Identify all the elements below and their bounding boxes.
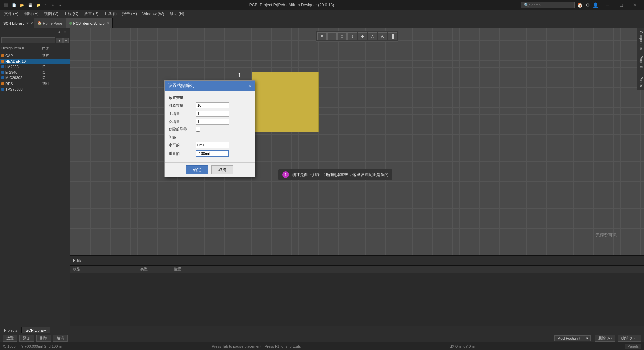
menu-report[interactable]: 报告 (R) — [119, 10, 140, 17]
sidebar-extra-button[interactable]: ≡ — [63, 38, 69, 43]
toolbar-diamond-btn[interactable]: ◆ — [358, 32, 367, 40]
menu-view[interactable]: 视图 (V) — [41, 10, 61, 17]
toolbar-filter-btn[interactable]: ▼ — [317, 32, 327, 40]
panel-bottom-tabs: Projects SCH Library — [0, 326, 644, 334]
no-preview-text: 无预览可见 — [595, 232, 617, 238]
sidebar-item-lm2940[interactable]: lm2940 IC — [0, 70, 70, 75]
add-footprint-btn[interactable]: Add Footprint — [554, 335, 584, 341]
folder-icon[interactable]: 📁 — [35, 3, 42, 8]
sidebar-item-cap-id: CAP — [1, 54, 42, 58]
toolbar-text-btn[interactable]: A — [378, 32, 387, 40]
toolbar-route-btn[interactable]: ↕ — [347, 32, 357, 40]
panels-btn[interactable]: Panels — [625, 344, 641, 349]
file-save-icon[interactable]: 💾 — [27, 3, 34, 8]
statusbar: X:-1800mil Y:700.000mil Grid:100mil Pres… — [0, 342, 644, 350]
editor-section-header: Editor — [70, 255, 644, 265]
add-footprint-arrow-btn[interactable]: ▼ — [584, 335, 591, 341]
tps73633-dot-icon — [1, 88, 4, 91]
dialog-close-btn[interactable]: × — [249, 83, 251, 88]
sidebar-column-header: Design Item ID 描述 — [0, 45, 70, 52]
panel-close-icon[interactable]: × — [31, 21, 33, 26]
tab-pcb-demo[interactable]: PCB_demo.SchLib × — [66, 18, 113, 28]
file-open-icon[interactable]: 📂 — [19, 3, 25, 8]
dialog-section2: 间距 — [169, 135, 251, 140]
add-btn[interactable]: 添加 — [19, 335, 34, 342]
settings-icon[interactable]: ⚙ — [586, 2, 590, 8]
sidebar-item-res[interactable]: RES 电阻 — [0, 80, 70, 87]
right-label-components[interactable]: Components — [637, 28, 644, 53]
sidebar-item-header10-id: HEADER 10 — [1, 59, 42, 63]
file-new-icon[interactable]: 📄 — [11, 3, 17, 8]
toolbar-fill-btn[interactable]: ▐ — [388, 32, 397, 40]
menu-file[interactable]: 文件 (E) — [1, 10, 21, 17]
dialog-remove-zeros-checkbox[interactable] — [196, 127, 200, 132]
dialog-row-vertical: 垂直的 — [169, 150, 251, 157]
delete-r-btn[interactable]: 删除 (R) — [595, 335, 615, 342]
sidebar-item-mic29302[interactable]: MIC29302 IC — [0, 75, 70, 80]
undo-icon[interactable]: ↩ — [50, 3, 56, 8]
sidebar-item-lm2663[interactable]: LM2663 IC — [0, 64, 70, 70]
dialog-primary-input[interactable] — [196, 111, 229, 117]
dialog-count-input[interactable] — [196, 102, 229, 108]
tab-close-icon[interactable]: × — [107, 21, 109, 25]
sidebar-header-bar: ▲ ≡ — [0, 28, 70, 36]
sidebar-item-header10[interactable]: HEADER 10 — [0, 59, 70, 64]
menu-tools[interactable]: 工具 (I) — [101, 10, 119, 17]
bottom-action-bar: 放置 添加 删除 编辑 Add Footprint ▼ 删除 (R) 编辑 (E… — [0, 334, 644, 342]
redo-icon[interactable]: ↪ — [57, 3, 62, 8]
toolbar-arc-btn[interactable]: △ — [368, 32, 377, 40]
delete-btn[interactable]: 删除 — [36, 335, 51, 342]
menu-edit[interactable]: 编辑 (E) — [21, 10, 41, 17]
edit-btn[interactable]: 编辑 — [53, 335, 68, 342]
main-layout: ▲ ≡ ▼ ≡ Design Item ID 描述 CAP 电容 HEADER … — [0, 28, 644, 326]
home-icon[interactable]: 🏠 — [577, 2, 583, 8]
place-btn[interactable]: 放置 — [3, 335, 17, 342]
editor-col-type: 类型 — [140, 267, 174, 272]
menu-project[interactable]: 工程 (C) — [61, 10, 81, 17]
dialog-cancel-btn[interactable]: 取消 — [211, 165, 233, 174]
dialog-row-count: 对象数量 — [169, 102, 251, 108]
menu-window[interactable]: Window (W) — [140, 11, 167, 17]
project-icon[interactable]: 🗂 — [43, 3, 49, 8]
maximize-btn[interactable]: □ — [614, 0, 628, 10]
pcb-component-rect — [252, 72, 319, 132]
dialog-titlebar[interactable]: 设置粘贴阵列 × — [165, 81, 255, 91]
toolbar-rect-btn[interactable]: □ — [337, 32, 347, 40]
toolbar-add-btn[interactable]: + — [327, 32, 337, 40]
sidebar-search-input[interactable] — [1, 37, 55, 43]
sidebar-controls: ▲ ≡ — [56, 30, 67, 34]
dialog-horizontal-input[interactable] — [196, 142, 229, 148]
tooltip-number: 1 — [282, 171, 289, 178]
edit-e-btn[interactable]: 编辑 (E)... — [618, 335, 641, 342]
dialog-vertical-input[interactable] — [196, 150, 229, 157]
dialog-row-secondary: 次增量 — [169, 119, 251, 125]
dialog-secondary-input[interactable] — [196, 119, 229, 125]
dialog-ok-btn[interactable]: 确定 — [186, 165, 208, 174]
search-input[interactable] — [529, 3, 569, 7]
tab-projects[interactable]: Projects — [0, 327, 22, 333]
tab-home-page[interactable]: 🏠 Home Page — [34, 18, 66, 28]
canvas-area[interactable]: ▼ + □ ↕ ◆ △ A ▐ 1 1 设置粘贴阵列 — [70, 28, 644, 255]
search-icon: 🔍 — [524, 3, 529, 7]
header10-dot-icon — [1, 60, 4, 63]
account-icon[interactable]: 👤 — [593, 2, 598, 8]
dialog-remove-zeros-label: 移除前导零 — [169, 127, 196, 132]
sidebar-item-tps73633[interactable]: TPS73633 — [0, 87, 70, 92]
status-delta: dX:0mil dY:0mil — [450, 344, 476, 348]
sidebar-menu-icon[interactable]: ≡ — [63, 30, 67, 34]
minimize-btn[interactable]: ─ — [601, 0, 614, 10]
panel-arrow-icon[interactable]: ▼ — [26, 21, 29, 25]
menu-help[interactable]: 帮助 (H) — [167, 10, 187, 17]
right-label-properties[interactable]: Properties — [637, 53, 644, 74]
menu-place[interactable]: 放置 (P) — [81, 10, 101, 17]
sidebar-item-lm2663-id: LM2663 — [1, 65, 42, 69]
sidebar-arrow-icon[interactable]: ▲ — [56, 30, 62, 34]
sidebar-search-button[interactable]: ▼ — [56, 38, 63, 43]
sidebar-item-cap[interactable]: CAP 电容 — [0, 52, 70, 59]
tab-sch-library[interactable]: SCH Library — [22, 327, 50, 333]
search-box[interactable]: 🔍 — [521, 2, 575, 8]
close-btn[interactable]: ✕ — [628, 0, 641, 10]
right-label-panels[interactable]: Panels — [637, 74, 644, 90]
editor-table-body — [70, 273, 644, 276]
dialog-section1: 放置变量 — [169, 95, 251, 100]
